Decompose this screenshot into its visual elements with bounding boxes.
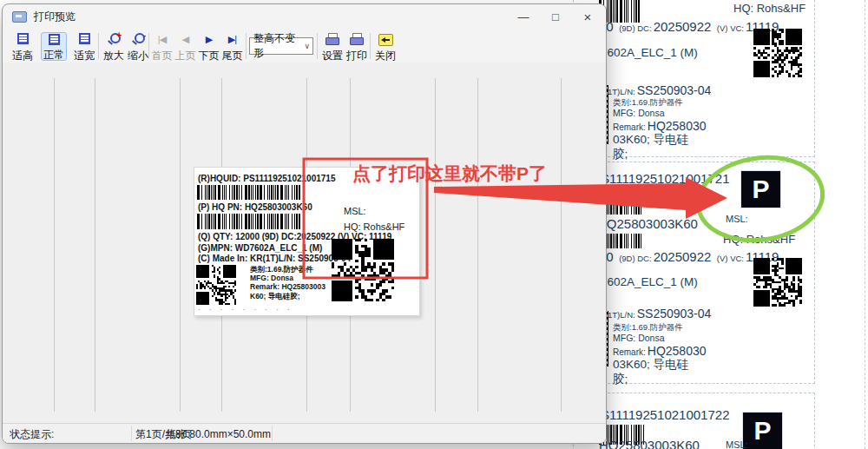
mid-dc-value: 20250922 [654, 249, 712, 264]
fit-height-icon [17, 33, 29, 44]
top-remark-label: Remark: [613, 122, 646, 132]
zoom-out-icon: - [131, 33, 145, 45]
last-page-button[interactable]: ▶| 尾页 [220, 32, 244, 61]
statusbar-divider [131, 426, 132, 441]
top-lot-line: R(1T)L/N:SS250903-04 [599, 83, 711, 98]
close-preview-button[interactable]: 关闭 [372, 32, 398, 61]
prev-page-label: 上页 [175, 50, 196, 61]
next-page-icon: ▶ [206, 33, 212, 45]
prev-page-icon: ◀ [182, 33, 188, 45]
top-lot-value: SS250903-04 [637, 83, 712, 97]
mid-remark3-text: 胶; [613, 372, 628, 387]
page-guide-line [180, 78, 181, 412]
screen: HQ: Rohs&HF 00 (9D) DC:20250922 (V) VC:1… [0, 0, 868, 449]
preview-tear-dots: · · · · · · · · · [198, 306, 293, 314]
fit-height-label: 适高 [12, 50, 33, 61]
top-remark3-text: 胶; [613, 147, 628, 162]
scale-mode-select[interactable]: 整高不变形 ∨ [249, 37, 313, 55]
mid-msl-text: MSL: [726, 214, 748, 224]
top-mfg-text: MFG: Donsa [613, 108, 665, 118]
print-preview-app-icon [12, 11, 27, 23]
printer-settings-icon [326, 33, 339, 45]
mid-dc-line: 00 (9D) DC:20250922 (V) VC:11119 [599, 249, 779, 265]
mid-dc-label: (9D) DC: [619, 254, 651, 263]
fit-width-button[interactable]: 适宽 [71, 32, 97, 61]
page-guide-line [54, 78, 55, 412]
toolbar-separator [148, 33, 149, 59]
preview-barcode-pn [197, 214, 302, 229]
preview-remark-text: Remark: HQ25803003 [250, 282, 326, 291]
chevron-down-icon: ∨ [304, 42, 310, 50]
preview-hq-text: HQ: Rohs&HF [344, 221, 404, 232]
close-window-button[interactable]: × [573, 4, 602, 30]
preview-msl-text: MSL: [344, 206, 366, 216]
toolbar-separator [98, 33, 99, 59]
fit-width-label: 适宽 [74, 50, 95, 61]
page-guide-line [561, 78, 562, 412]
mid-mfg-text: MFG: Donsa [613, 333, 665, 343]
normal-view-icon [49, 34, 60, 45]
page-guide-line [95, 78, 95, 412]
mid-remark-value: HQ258030 [648, 344, 707, 358]
next-page-label: 下页 [199, 50, 220, 61]
next-page-button[interactable]: ▶ 下页 [197, 32, 220, 61]
statusbar-divider [272, 426, 273, 441]
top-dc-value: 20250922 [654, 19, 712, 34]
preview-barcode-hquid [197, 185, 302, 200]
preview-qr-left [196, 265, 236, 305]
print-button[interactable]: 打印 [344, 32, 370, 61]
top-dc-line: 00 (9D) DC:20250922 (V) VC:11119 [599, 19, 779, 35]
mid-lot-value: SS250903-04 [637, 307, 712, 320]
preview-madein-text: (C) Made In: KR(1T)L/N: SS250903-04 [198, 254, 351, 263]
bottom-msl-text: MSL: [726, 439, 748, 449]
first-page-label: 首页 [152, 50, 173, 61]
toolbar-separator [317, 33, 318, 59]
print-preview-window: 打印预览 — □ × 适高 正常 适宽 + 放大 - [2, 3, 607, 444]
zoom-in-button[interactable]: + 放大 [101, 32, 127, 61]
normal-view-label: 正常 [43, 50, 64, 60]
mid-remark-label: Remark: [613, 347, 646, 357]
p-mark-letter: P [753, 416, 771, 446]
print-label: 打印 [346, 50, 367, 61]
mid-lot-line: R(1T)L/N:SS250903-04 [599, 306, 711, 321]
bottom-pn-text: HQ25803003K60 [599, 438, 700, 449]
top-remark-value: HQ258030 [648, 119, 707, 133]
last-page-icon: ▶| [228, 33, 236, 45]
last-page-label: 尾页 [222, 50, 243, 61]
zoom-in-label: 放大 [103, 50, 124, 61]
fit-width-icon [79, 33, 90, 44]
toolbar-separator [246, 33, 247, 59]
label-page-preview: (R)HQUID: PS11119251021001715 (P) HQ PN:… [194, 167, 420, 316]
mid-mpn-text: 7602A_ELC_1 (M) [601, 275, 698, 288]
p-mark-logo-bottom: P [742, 412, 783, 449]
prev-page-button[interactable]: ◀ 上页 [174, 32, 197, 61]
top-mpn-text: 7602A_ELC_1 (M) [601, 46, 698, 59]
mid-serial-text: S11119251021001721 [601, 171, 729, 186]
preview-qr-right [332, 239, 394, 301]
minimize-button[interactable]: — [509, 4, 538, 30]
maximize-button[interactable]: □ [541, 4, 570, 30]
title-bar[interactable]: 打印预览 — □ × [3, 4, 606, 30]
close-preview-label: 关闭 [375, 50, 396, 61]
first-page-button[interactable]: |◀ 首页 [150, 32, 174, 61]
preview-canvas[interactable]: (R)HQUID: PS11119251021001715 (P) HQ PN:… [3, 63, 606, 423]
normal-view-button[interactable]: 正常 [41, 32, 67, 61]
top-vc-label: (V) VC: [717, 23, 744, 33]
top-remark2-text: 03K60; 导电硅 [613, 132, 688, 148]
qr-code-top [753, 29, 802, 77]
first-page-icon: |◀ [158, 33, 166, 45]
mid-hq-text: HQ: Rohs&HF [723, 233, 795, 246]
zoom-out-button[interactable]: - 缩小 [125, 32, 151, 61]
mid-pn-text: HQ25803003K60 [597, 216, 698, 231]
fit-height-button[interactable]: 适高 [10, 32, 36, 61]
mid-vc-label: (V) VC: [717, 254, 744, 263]
zoom-in-icon: + [107, 33, 121, 45]
sheet-column-divider [865, 0, 865, 449]
top-hq-text: HQ: Rohs&HF [733, 2, 806, 15]
preview-hquid-text: (R)HQUID: PS11119251021001715 [198, 174, 335, 183]
status-paper-info: 纸张:80.0mm×50.0mm [166, 427, 271, 442]
page-guide-line [435, 78, 436, 412]
print-settings-button[interactable]: 设置 [319, 32, 345, 61]
preview-mfg-text: MFG: Donsa [250, 274, 293, 282]
zoom-out-label: 缩小 [128, 50, 148, 61]
